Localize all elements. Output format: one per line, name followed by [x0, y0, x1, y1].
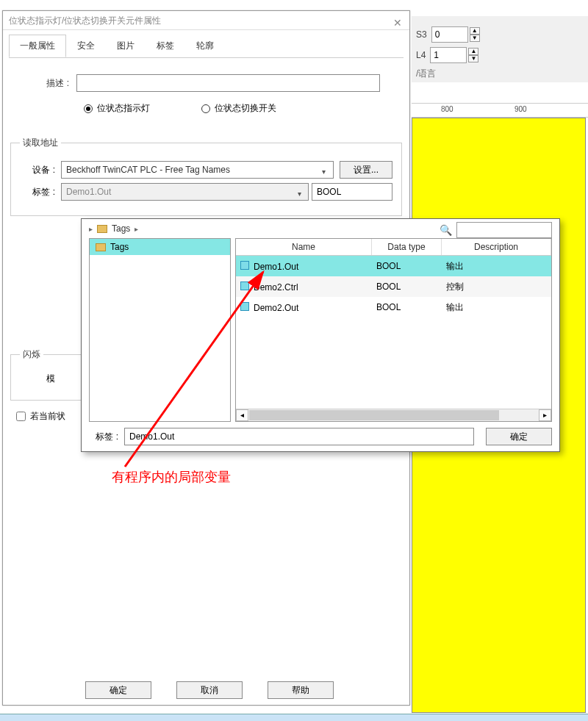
tree-item-tags[interactable]: Tags: [90, 239, 230, 255]
tag-combo[interactable]: Demo1.Out ▾: [61, 183, 309, 201]
tab-security[interactable]: 安全: [66, 35, 106, 57]
popup-tag-input[interactable]: [124, 428, 474, 445]
s3-input[interactable]: [431, 26, 468, 43]
tag-label: 标签 :: [20, 186, 55, 198]
tab-image[interactable]: 图片: [106, 35, 146, 57]
folder-icon: [96, 243, 106, 251]
search-input[interactable]: [456, 222, 552, 238]
help-button[interactable]: 帮助: [268, 681, 334, 699]
tag-grid: Name Data type Description Demo1.OutBOOL…: [235, 238, 552, 422]
s3-spinner[interactable]: ▲▼: [470, 27, 480, 42]
blink-legend: 闪烁: [20, 348, 43, 361]
l4-label: L4: [416, 50, 426, 60]
col-desc[interactable]: Description: [442, 239, 551, 255]
horizontal-scrollbar[interactable]: ◂ ▸: [236, 409, 551, 421]
read-address-legend: 读取地址: [20, 137, 61, 149]
cancel-button[interactable]: 取消: [176, 681, 243, 699]
radio-switch[interactable]: 位状态切换开关: [201, 102, 276, 115]
mode-label: 模: [20, 373, 55, 385]
ruler: 800 900: [412, 103, 588, 118]
popup-ok-button[interactable]: 确定: [486, 428, 552, 445]
device-label: 设备 :: [20, 164, 55, 176]
tab-label[interactable]: 标签: [146, 35, 185, 57]
side-panel: S3 ▲▼ L4 ▲▼ /语言: [412, 16, 588, 82]
chevron-right-icon: ▸: [89, 225, 93, 233]
tag-browser-popup: ▸ Tags ▸ 🔍 Tags Name Data type Descripti…: [81, 218, 560, 452]
current-state-checkbox[interactable]: [16, 412, 26, 421]
scroll-right-icon[interactable]: ▸: [539, 409, 551, 421]
l4-spinner[interactable]: ▲▼: [468, 48, 478, 62]
radio-icon: [84, 104, 93, 113]
popup-tag-label: 标签 :: [89, 431, 118, 443]
tag-tree[interactable]: Tags: [89, 238, 231, 422]
ok-button[interactable]: 确定: [85, 681, 151, 699]
description-label: 描述 :: [32, 77, 69, 90]
description-input[interactable]: [76, 74, 380, 92]
read-address-group: 读取地址 设备 : Beckhoff TwinCAT PLC - Free Ta…: [10, 137, 402, 216]
l4-input[interactable]: [430, 47, 467, 63]
current-state-label: 若当前状: [30, 410, 65, 423]
tag-icon: [240, 281, 249, 290]
tab-general[interactable]: 一般属性: [9, 35, 66, 57]
table-row[interactable]: Demo2.OutBOOL输出: [236, 297, 551, 318]
settings-button[interactable]: 设置...: [340, 161, 392, 179]
status-bar: [0, 714, 588, 721]
table-row[interactable]: Demo1.OutBOOL输出: [236, 256, 551, 276]
radio-indicator[interactable]: 位状态指示灯: [84, 102, 150, 115]
radio-icon: [201, 104, 210, 113]
scroll-thumb[interactable]: [249, 410, 499, 420]
datatype-box: BOOL: [312, 183, 392, 201]
chevron-down-icon: ▾: [293, 186, 305, 198]
chevron-right-icon: ▸: [135, 225, 138, 233]
tab-bar: 一般属性 安全 图片 标签 轮廓: [9, 35, 404, 58]
scroll-left-icon[interactable]: ◂: [236, 409, 248, 421]
breadcrumb-item[interactable]: Tags: [112, 223, 130, 234]
breadcrumb[interactable]: ▸ Tags ▸ 🔍: [82, 219, 559, 238]
folder-icon: [97, 225, 107, 233]
col-type[interactable]: Data type: [372, 239, 442, 255]
close-icon[interactable]: ✕: [390, 13, 405, 28]
dialog-footer: 确定 取消 帮助: [3, 681, 409, 699]
chevron-down-icon: ▾: [318, 164, 330, 176]
tag-icon: [240, 302, 249, 311]
table-row[interactable]: Demo2.CtrlBOOL控制: [236, 276, 551, 297]
device-combo[interactable]: Beckhoff TwinCAT PLC - Free Tag Names ▾: [61, 161, 334, 179]
annotation-text: 有程序内的局部变量: [112, 468, 231, 486]
search-icon: 🔍: [440, 224, 452, 236]
s3-label: S3: [416, 29, 427, 40]
dialog-title: 位状态指示灯/位状态切换开关元件属性 ✕: [3, 11, 409, 30]
col-name[interactable]: Name: [236, 239, 372, 255]
tab-outline[interactable]: 轮廓: [185, 35, 225, 57]
tag-icon: [240, 261, 249, 270]
language-label: /语言: [416, 68, 584, 80]
